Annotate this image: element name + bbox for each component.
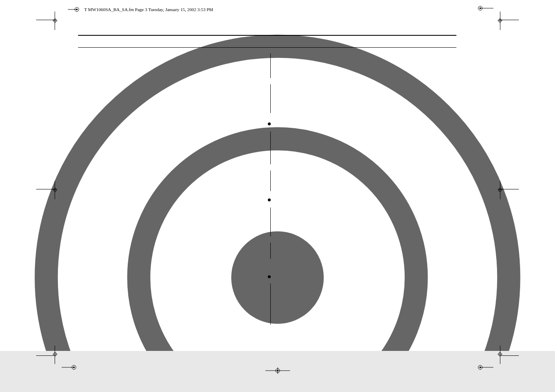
divider-top-thick: [78, 35, 456, 36]
center-divider-segment: [270, 53, 271, 78]
center-divider-segment: [270, 242, 271, 259]
crosshair-icon: [497, 17, 502, 25]
crosshair-icon: [477, 364, 493, 372]
svg-point-35: [479, 7, 481, 9]
svg-point-38: [73, 367, 75, 368]
crosshair-icon: [497, 187, 502, 194]
center-divider-segment: [270, 284, 271, 325]
center-divider-segment: [270, 84, 271, 113]
svg-point-41: [479, 367, 481, 368]
center-divider-segment: [270, 131, 271, 164]
crosshair-icon: [53, 187, 58, 194]
crosshair-icon: [265, 367, 290, 376]
bullet-marker: [268, 275, 271, 278]
crosshair-icon: [53, 17, 58, 25]
bullet-marker: [268, 198, 271, 201]
bullet-marker: [268, 122, 271, 125]
header-page-info: T MW1060SA_BA_SA.fm Page 3 Tuesday, Janu…: [84, 7, 213, 12]
center-divider-segment: [270, 208, 271, 236]
crosshair-icon: [53, 351, 58, 358]
crosshair-icon: [477, 5, 493, 13]
svg-point-5: [231, 231, 324, 324]
crosshair-icon: [497, 351, 502, 358]
crosshair-icon: [62, 364, 78, 372]
divider-top-thin: [78, 47, 456, 48]
header-crosshair-icon: [68, 6, 80, 14]
svg-point-2: [76, 9, 78, 10]
svg-point-3: [46, 46, 509, 392]
registration-bullseye-icon: [0, 0, 555, 392]
center-divider-segment: [270, 171, 271, 191]
